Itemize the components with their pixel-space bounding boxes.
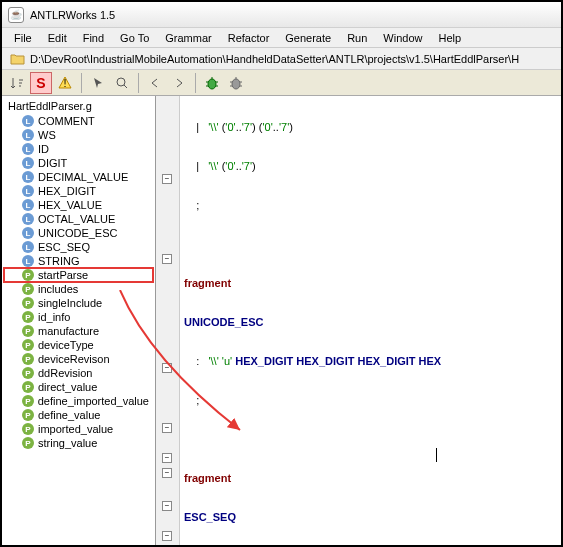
code-content[interactable]: | '\\' ('0'..'7') ('0'..'7') | '\\' ('0'… xyxy=(184,96,561,545)
forward-button[interactable] xyxy=(168,72,190,94)
menu-run[interactable]: Run xyxy=(339,32,375,44)
fold-marker[interactable]: − xyxy=(162,363,172,373)
syntax-button[interactable]: S xyxy=(30,72,52,94)
tree-item-OCTAL_VALUE[interactable]: LOCTAL_VALUE xyxy=(4,212,153,226)
tree-item-singleInclude[interactable]: PsingleInclude xyxy=(4,296,153,310)
parser-rule-icon: P xyxy=(22,395,34,407)
tree-item-direct_value[interactable]: Pdirect_value xyxy=(4,380,153,394)
menu-file[interactable]: File xyxy=(6,32,40,44)
tree-item-label: direct_value xyxy=(38,381,97,393)
parser-rule-icon: P xyxy=(22,311,34,323)
lexer-rule-icon: L xyxy=(22,255,34,267)
grammar-file-name[interactable]: HartEddlParser.g xyxy=(4,98,153,114)
tree-item-UNICODE_ESC[interactable]: LUNICODE_ESC xyxy=(4,226,153,240)
tree-item-HEX_VALUE[interactable]: LHEX_VALUE xyxy=(4,198,153,212)
tree-item-deviceRevison[interactable]: PdeviceRevison xyxy=(4,352,153,366)
warning-button[interactable]: ! xyxy=(54,72,76,94)
lexer-rule-icon: L xyxy=(22,199,34,211)
fold-marker[interactable]: − xyxy=(162,174,172,184)
fold-marker[interactable]: − xyxy=(162,531,172,541)
tree-item-ddRevision[interactable]: PddRevision xyxy=(4,366,153,380)
fold-marker[interactable]: − xyxy=(162,501,172,511)
menu-goto[interactable]: Go To xyxy=(112,32,157,44)
tree-item-label: define_imported_value xyxy=(38,395,149,407)
parser-rule-icon: P xyxy=(22,409,34,421)
parser-rule-icon: P xyxy=(22,367,34,379)
lexer-rule-icon: L xyxy=(22,213,34,225)
svg-point-2 xyxy=(208,79,216,89)
lexer-rule-icon: L xyxy=(22,227,34,239)
lexer-rule-icon: L xyxy=(22,157,34,169)
tree-item-DECIMAL_VALUE[interactable]: LDECIMAL_VALUE xyxy=(4,170,153,184)
parser-rule-icon: P xyxy=(22,297,34,309)
tree-item-label: singleInclude xyxy=(38,297,102,309)
tree-item-WS[interactable]: LWS xyxy=(4,128,153,142)
menu-find[interactable]: Find xyxy=(75,32,112,44)
tree-item-label: deviceType xyxy=(38,339,94,351)
fold-marker[interactable]: − xyxy=(162,254,172,264)
toolbar: S ! xyxy=(2,70,561,96)
titlebar: ☕ ANTLRWorks 1.5 xyxy=(2,2,561,28)
parser-rule-icon: P xyxy=(22,381,34,393)
menu-grammar[interactable]: Grammar xyxy=(157,32,219,44)
menu-generate[interactable]: Generate xyxy=(277,32,339,44)
separator xyxy=(195,73,196,93)
tree-item-label: DECIMAL_VALUE xyxy=(38,171,128,183)
menu-window[interactable]: Window xyxy=(375,32,430,44)
debug-stop-button[interactable] xyxy=(225,72,247,94)
tree-item-includes[interactable]: Pincludes xyxy=(4,282,153,296)
rules-sidebar[interactable]: HartEddlParser.g LCOMMENTLWSLIDLDIGITLDE… xyxy=(2,96,156,545)
tree-item-label: startParse xyxy=(38,269,88,281)
fold-marker[interactable]: − xyxy=(162,453,172,463)
app-icon: ☕ xyxy=(8,7,24,23)
tree-item-define_imported_value[interactable]: Pdefine_imported_value xyxy=(4,394,153,408)
tree-item-label: HEX_DIGIT xyxy=(38,185,96,197)
parser-rule-icon: P xyxy=(22,437,34,449)
tree-item-HEX_DIGIT[interactable]: LHEX_DIGIT xyxy=(4,184,153,198)
tree-item-label: manufacture xyxy=(38,325,99,337)
tree-item-deviceType[interactable]: PdeviceType xyxy=(4,338,153,352)
tree-item-manufacture[interactable]: Pmanufacture xyxy=(4,324,153,338)
tree-item-id_info[interactable]: Pid_info xyxy=(4,310,153,324)
lexer-rule-icon: L xyxy=(22,143,34,155)
tree-item-DIGIT[interactable]: LDIGIT xyxy=(4,156,153,170)
tree-item-label: ESC_SEQ xyxy=(38,241,90,253)
tree-item-define_value[interactable]: Pdefine_value xyxy=(4,408,153,422)
file-path: D:\DevRoot\IndustrialMobileAutomation\Ha… xyxy=(30,53,519,65)
tree-item-label: includes xyxy=(38,283,78,295)
tree-item-string_value[interactable]: Pstring_value xyxy=(4,436,153,450)
back-button[interactable] xyxy=(144,72,166,94)
gutter: − − − − − − − − xyxy=(156,96,180,545)
sort-button[interactable] xyxy=(6,72,28,94)
folder-icon xyxy=(10,52,26,66)
tree-item-startParse[interactable]: PstartParse xyxy=(4,268,153,282)
tree-item-label: ddRevision xyxy=(38,367,92,379)
fold-marker[interactable]: − xyxy=(162,423,172,433)
lexer-rule-icon: L xyxy=(22,185,34,197)
parser-rule-icon: P xyxy=(22,353,34,365)
content-area: HartEddlParser.g LCOMMENTLWSLIDLDIGITLDE… xyxy=(2,96,561,545)
tree-item-label: deviceRevison xyxy=(38,353,110,365)
tree-item-ID[interactable]: LID xyxy=(4,142,153,156)
tree-item-label: define_value xyxy=(38,409,100,421)
tree-item-label: ID xyxy=(38,143,49,155)
svg-point-3 xyxy=(232,79,240,89)
menu-help[interactable]: Help xyxy=(430,32,469,44)
debug-button[interactable] xyxy=(201,72,223,94)
fold-marker[interactable]: − xyxy=(162,468,172,478)
code-editor[interactable]: − − − − − − − − | '\\' ('0'..'7') ('0'..… xyxy=(156,96,561,545)
tree-item-COMMENT[interactable]: LCOMMENT xyxy=(4,114,153,128)
menu-edit[interactable]: Edit xyxy=(40,32,75,44)
tree-root: HartEddlParser.g LCOMMENTLWSLIDLDIGITLDE… xyxy=(2,96,155,452)
tree-item-imported_value[interactable]: Pimported_value xyxy=(4,422,153,436)
text-cursor xyxy=(436,448,437,462)
find-button[interactable] xyxy=(111,72,133,94)
tree-item-label: WS xyxy=(38,129,56,141)
tree-item-STRING[interactable]: LSTRING xyxy=(4,254,153,268)
lexer-rule-icon: L xyxy=(22,171,34,183)
cursor-button[interactable] xyxy=(87,72,109,94)
menu-refactor[interactable]: Refactor xyxy=(220,32,278,44)
tree-item-ESC_SEQ[interactable]: LESC_SEQ xyxy=(4,240,153,254)
window-title: ANTLRWorks 1.5 xyxy=(30,9,115,21)
menubar: File Edit Find Go To Grammar Refactor Ge… xyxy=(2,28,561,48)
